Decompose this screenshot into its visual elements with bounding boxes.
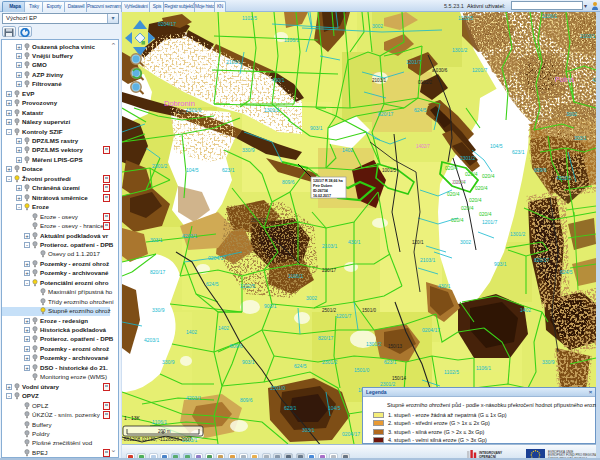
- svg-text:303/1: 303/1: [302, 427, 315, 433]
- svg-text:4203/1: 4203/1: [186, 395, 202, 401]
- svg-text:020/4: 020/4: [461, 205, 474, 211]
- svg-text:200 m: 200 m: [158, 429, 171, 434]
- svg-text:3002: 3002: [460, 239, 471, 245]
- svg-text:809/6: 809/6: [240, 397, 253, 403]
- svg-text:4203/1: 4203/1: [144, 337, 160, 343]
- svg-text:330/9: 330/9: [242, 147, 255, 153]
- svg-text:1501/0: 1501/0: [362, 308, 376, 313]
- svg-text:623/1: 623/1: [284, 405, 297, 411]
- svg-text:1102/5: 1102/5: [242, 15, 257, 21]
- svg-text:1106/1: 1106/1: [288, 273, 303, 279]
- svg-text:623/1: 623/1: [512, 149, 525, 155]
- svg-text:1402: 1402: [186, 329, 197, 335]
- svg-text:104/5: 104/5: [186, 167, 199, 173]
- svg-text:150/14: 150/14: [392, 376, 406, 381]
- svg-text:0102/2: 0102/2: [418, 80, 432, 85]
- svg-text:1106/1: 1106/1: [152, 419, 167, 425]
- svg-text:1106/1: 1106/1: [284, 37, 299, 43]
- svg-text:020/4: 020/4: [451, 217, 464, 223]
- svg-text:2501/2: 2501/2: [322, 308, 336, 313]
- svg-text:623/1: 623/1: [222, 167, 235, 173]
- svg-text:020/4: 020/4: [445, 165, 458, 171]
- svg-text:230/17: 230/17: [322, 268, 336, 273]
- svg-text:2301/2: 2301/2: [152, 163, 168, 169]
- svg-text:1201/7: 1201/7: [472, 67, 488, 73]
- svg-text:820/17: 820/17: [378, 111, 394, 117]
- svg-text:330/9: 330/9: [152, 307, 165, 313]
- svg-text:1301/2: 1301/2: [264, 107, 280, 113]
- svg-text:903/1: 903/1: [310, 125, 323, 131]
- svg-text:150/13: 150/13: [388, 344, 402, 349]
- svg-text:1301/2: 1301/2: [510, 231, 526, 237]
- svg-text:1402: 1402: [520, 307, 531, 313]
- svg-text:2103/1: 2103/1: [420, 257, 436, 263]
- svg-text:104/5: 104/5: [490, 143, 503, 149]
- svg-text:430/1: 430/1: [348, 239, 361, 245]
- svg-text:020/4: 020/4: [482, 173, 495, 179]
- svg-text:809/6: 809/6: [282, 179, 295, 185]
- svg-text:624/5: 624/5: [294, 363, 307, 369]
- svg-text:809/6: 809/6: [534, 167, 547, 173]
- svg-text:1201/7 R 38,66 ha: 1201/7 R 38,66 ha: [313, 179, 344, 183]
- svg-text:1201/7: 1201/7: [406, 59, 422, 65]
- svg-text:1 : 13K: 1 : 13K: [124, 415, 141, 421]
- svg-text:3002: 3002: [566, 111, 577, 117]
- svg-text:330/9: 330/9: [542, 359, 555, 365]
- svg-text:1106/1: 1106/1: [542, 13, 557, 19]
- svg-text:1102/5: 1102/5: [458, 15, 473, 21]
- svg-text:Petr Duben: Petr Duben: [313, 184, 332, 188]
- svg-text:903/1: 903/1: [264, 303, 277, 309]
- svg-text:3002: 3002: [372, 23, 383, 29]
- svg-text:1001/5: 1001/5: [382, 168, 396, 173]
- svg-text:020/4: 020/4: [469, 197, 482, 203]
- svg-text:120/1: 120/1: [412, 240, 424, 245]
- svg-text:623/1: 623/1: [384, 359, 397, 365]
- svg-text:104/5: 104/5: [328, 405, 341, 411]
- svg-text:3002: 3002: [306, 295, 317, 301]
- svg-text:Dobronín: Dobronín: [164, 99, 195, 108]
- svg-text:2103/1: 2103/1: [322, 243, 338, 249]
- svg-text:230/17: 230/17: [452, 180, 466, 185]
- svg-text:1301/2: 1301/2: [452, 47, 468, 53]
- svg-text:020/4: 020/4: [479, 211, 492, 217]
- svg-text:020/4: 020/4: [465, 171, 478, 177]
- svg-text:0204/17: 0204/17: [208, 255, 226, 261]
- svg-text:1402/7: 1402/7: [416, 144, 430, 149]
- svg-text:624/5: 624/5: [560, 269, 573, 275]
- svg-text:1106/1: 1106/1: [476, 365, 491, 371]
- svg-text:1501/0: 1501/0: [354, 367, 370, 373]
- svg-text:0204/17: 0204/17: [158, 21, 176, 27]
- svg-text:809/6: 809/6: [230, 343, 243, 349]
- svg-text:430/1: 430/1: [272, 77, 285, 83]
- svg-text:0204/17: 0204/17: [342, 431, 360, 437]
- svg-text:624/5: 624/5: [414, 107, 427, 113]
- svg-text:020/4: 020/4: [447, 191, 460, 197]
- svg-text:430/1: 430/1: [176, 110, 188, 115]
- svg-text:2301/2: 2301/2: [322, 359, 338, 365]
- svg-text:4203/1: 4203/1: [182, 233, 198, 239]
- svg-text:820/17: 820/17: [318, 335, 334, 341]
- svg-text:1201/7: 1201/7: [482, 219, 498, 225]
- svg-text:16.02.2017: 16.02.2017: [313, 194, 331, 198]
- svg-text:330/9: 330/9: [162, 359, 175, 365]
- svg-text:430/1: 430/1: [438, 283, 451, 289]
- svg-text:1102/5: 1102/5: [240, 283, 255, 289]
- svg-text:903/1: 903/1: [242, 359, 255, 365]
- svg-text:2301/2: 2301/2: [460, 155, 476, 161]
- svg-text:1102/5: 1102/5: [444, 369, 459, 375]
- svg-text:ID:26734: ID:26734: [313, 189, 328, 193]
- svg-text:303/1: 303/1: [574, 135, 587, 141]
- svg-text:903/1: 903/1: [494, 261, 507, 267]
- svg-text:820/17: 820/17: [534, 257, 550, 263]
- svg-text:2103/1: 2103/1: [580, 33, 596, 39]
- svg-text:2103/1: 2103/1: [226, 59, 242, 65]
- svg-text:2103/1: 2103/1: [372, 78, 386, 83]
- svg-text:-861208.02130; -1128508.2007: -861208.02130; -1128508.2007: [122, 436, 192, 442]
- svg-text:1301/2: 1301/2: [366, 341, 382, 347]
- svg-text:624/5: 624/5: [206, 281, 219, 287]
- svg-text:a 030/6: a 030/6: [432, 68, 448, 73]
- svg-text:1501/0: 1501/0: [270, 385, 286, 391]
- svg-text:0204/17: 0204/17: [422, 12, 440, 13]
- svg-text:4203/1: 4203/1: [556, 175, 572, 181]
- svg-text:303/1: 303/1: [150, 237, 163, 243]
